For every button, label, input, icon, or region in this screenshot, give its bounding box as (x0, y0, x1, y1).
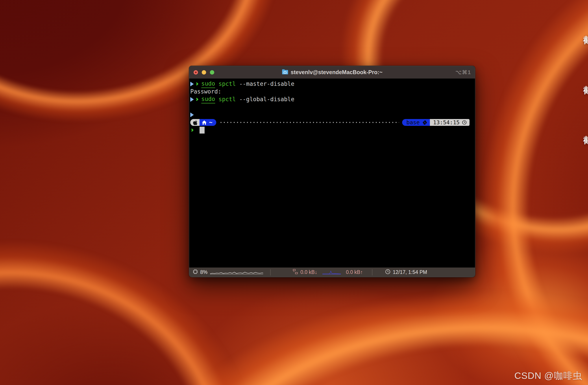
powerline-time-segment: 13:54:15 (430, 119, 469, 126)
terminal-command-line: sudo spctl --master-disable (190, 80, 472, 88)
prompt-wedge-icon (190, 97, 194, 102)
powerline-dotted-filler (219, 118, 399, 126)
terminal-cursor (200, 127, 205, 134)
desktop-wallpaper: { "titlebar": { "title": "stevenlv@steve… (0, 0, 588, 385)
statusbar-divider (270, 269, 271, 275)
terminal-text: spctl (218, 80, 236, 88)
terminal-wedge-line (190, 111, 472, 118)
statusbar-clock-widget[interactable]: 12/17, 1:54 PM (385, 269, 427, 276)
cpu-sparkline (210, 270, 264, 275)
terminal-window: stevenlv@stevendeMacBook-Pro:~ ⌥⌘1 sudo … (189, 66, 475, 277)
cpu-icon (193, 269, 198, 276)
terminal-text (215, 96, 219, 103)
statusbar-network-widget[interactable]: 0.0 kB↓ 0.0 kB↑ (293, 269, 363, 276)
net-down-label: 0.0 kB↓ (300, 269, 317, 275)
close-button[interactable] (194, 70, 198, 75)
terminal-screen[interactable]: sudo spctl --master-disablePassword:sudo… (189, 78, 475, 268)
window-titlebar[interactable]: stevenlv@stevendeMacBook-Pro:~ ⌥⌘1 (189, 66, 475, 78)
terminal-output-line: Password: (190, 88, 472, 96)
edge-clipped-label: 截 (583, 34, 588, 46)
statusbar-datetime-label: 12/17, 1:54 PM (393, 269, 427, 275)
net-up-label: 0.0 kB↑ (346, 269, 363, 275)
terminal-input-line[interactable] (190, 126, 472, 134)
cpu-percent-label: 8% (200, 269, 208, 275)
prompt-chevron-icon (195, 82, 199, 86)
prompt-chevron-icon (190, 129, 194, 132)
edge-clipped-label: 截 (583, 134, 588, 146)
statusbar-clock-icon (385, 269, 390, 276)
terminal-scrollback: sudo spctl --master-disablePassword:sudo… (190, 80, 472, 118)
python-icon (422, 120, 427, 125)
window-title-group: stevenlv@stevendeMacBook-Pro:~ (282, 69, 382, 76)
minimize-button[interactable] (202, 70, 206, 75)
network-sparkline (322, 270, 341, 275)
powerline-directory-segment: ~ (200, 119, 216, 126)
csdn-watermark: CSDN @咖啡虫 (514, 370, 582, 382)
powerline-conda-segment: base (402, 119, 430, 126)
prompt-time-label: 13:54:15 (433, 118, 460, 126)
traffic-lights (194, 66, 214, 78)
wallpaper-swoosh (467, 0, 588, 385)
terminal-blank-line (190, 103, 472, 111)
terminal-text: sudo (201, 80, 215, 88)
edge-clipped-label: 截 (583, 84, 588, 96)
terminal-text: spctl (218, 96, 236, 103)
network-icon (293, 269, 298, 276)
powerline-prompt-line: ~ base 13:54:15 (190, 118, 472, 126)
terminal-statusbar: 8% 0.0 kB↓ 0.0 kB↑ (189, 268, 475, 277)
home-folder-icon (282, 69, 289, 76)
clock-icon (462, 120, 467, 125)
prompt-wedge-icon (190, 113, 194, 117)
statusbar-cpu-widget[interactable]: 8% (193, 269, 270, 276)
prompt-chevron-icon (195, 98, 199, 101)
statusbar-divider (372, 269, 372, 275)
powerline-os-segment (190, 119, 200, 126)
terminal-text (215, 80, 219, 88)
zoom-button[interactable] (210, 70, 214, 75)
terminal-text: --global-disable (236, 96, 294, 103)
apple-logo-icon (193, 120, 198, 125)
prompt-wedge-icon (190, 82, 194, 86)
terminal-text: --master-disable (236, 80, 294, 88)
wallpaper-swoosh (110, 277, 588, 385)
terminal-command-line: sudo spctl --global-disable (190, 96, 472, 103)
home-path-label: ~ (209, 118, 212, 126)
terminal-text: Password: (190, 88, 221, 96)
terminal-text: sudo (201, 95, 215, 103)
window-title: stevenlv@stevendeMacBook-Pro:~ (291, 69, 382, 76)
tab-shortcut-label: ⌥⌘1 (455, 66, 471, 78)
home-icon (202, 120, 207, 125)
conda-env-label: base (406, 118, 420, 126)
